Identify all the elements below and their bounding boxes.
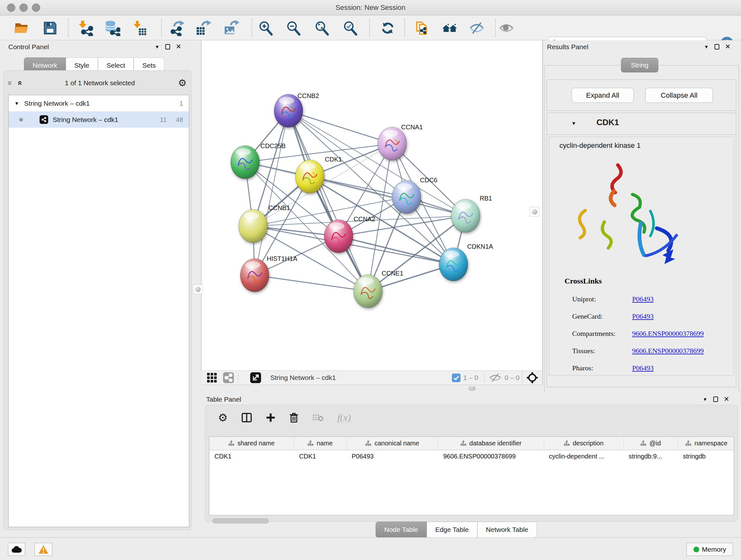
warnings-button[interactable] [35, 543, 52, 556]
graph-node-cdc25b[interactable] [231, 145, 259, 179]
crosslink-link[interactable]: 9606.ENSP00000378699 [632, 329, 704, 338]
show-columns-icon[interactable] [242, 413, 252, 422]
export-table-button[interactable] [195, 20, 211, 36]
node-position-button[interactable] [522, 371, 542, 385]
panel-float-icon[interactable] [713, 396, 718, 402]
zoom-in-button[interactable] [258, 20, 274, 36]
expand-all-networks-icon[interactable]: » [16, 81, 23, 85]
zoom-selected-button[interactable] [342, 20, 358, 36]
birds-eye-view-icon[interactable] [207, 373, 217, 383]
memory-button[interactable]: Memory [686, 543, 733, 556]
show-all-button[interactable] [498, 20, 515, 36]
network-options-gear-icon[interactable]: ⚙ [178, 78, 187, 88]
tab-string[interactable]: String [621, 58, 658, 72]
right-splitter-grip[interactable] [530, 207, 539, 216]
panel-close-icon[interactable]: ✕ [725, 43, 731, 51]
cloud-status-button[interactable] [8, 543, 25, 556]
column-header[interactable]: namespace [678, 437, 734, 450]
import-network-file-button[interactable] [78, 20, 94, 36]
table-row[interactable]: CDK1 CDK1 P06493 9606.ENSP00000378699 cy… [209, 450, 734, 463]
crosslink-link[interactable]: P06493 [632, 364, 654, 372]
collapse-all-networks-icon[interactable]: » [7, 81, 13, 85]
table-cell[interactable]: stringdb:9... [623, 450, 678, 463]
column-header[interactable]: name [294, 437, 347, 450]
left-splitter-grip[interactable] [193, 285, 203, 294]
toolbar-separator [68, 19, 69, 37]
panel-float-icon[interactable] [165, 44, 170, 50]
panel-collapse-icon[interactable]: ▼ [703, 396, 708, 402]
table-cell[interactable]: cyclin-dependent ... [544, 450, 623, 463]
graph-edge[interactable] [255, 275, 368, 291]
column-header[interactable]: shared name [209, 437, 294, 450]
table-settings-gear-icon[interactable]: ⚙ [218, 413, 227, 422]
panel-close-icon[interactable]: ✕ [176, 43, 182, 51]
panel-collapse-icon[interactable]: ▼ [704, 44, 709, 50]
table-cell[interactable]: CDK1 [294, 450, 347, 463]
crosslink-link[interactable]: 9606.ENSP00000378699 [632, 347, 704, 355]
graph-node-ccne1[interactable] [354, 274, 382, 308]
graph-node-cdkn1a[interactable] [439, 248, 468, 281]
network-graph[interactable]: CCNB2CCNA1CDC25BCDK1CDC6RB1CCNB1CCNA2CDK… [202, 41, 542, 370]
table-cell[interactable]: stringdb [678, 450, 734, 463]
graph-edge[interactable] [288, 111, 392, 144]
graph-node-ccna2[interactable] [324, 220, 353, 253]
tab-network-table[interactable]: Network Table [477, 522, 537, 538]
toolbar-separator [495, 19, 495, 37]
zoom-out-button[interactable] [286, 20, 301, 36]
table-cell[interactable]: 9606.ENSP00000378699 [438, 450, 544, 463]
graph-node-ccna1[interactable] [378, 127, 407, 160]
graph-node-cdc6[interactable] [392, 180, 421, 213]
first-neighbors-button[interactable] [442, 20, 458, 36]
tab-node-table[interactable]: Node Table [376, 522, 427, 538]
scrollbar-thumb[interactable] [212, 518, 269, 523]
graph-node-rb1[interactable] [451, 199, 480, 233]
collapse-entry-icon[interactable]: ▼ [571, 121, 576, 126]
open-in-new-window-icon[interactable] [250, 372, 261, 383]
graph-node-hist1h1a[interactable] [240, 259, 269, 292]
panel-close-icon[interactable]: ✕ [724, 395, 730, 403]
panel-float-icon[interactable] [715, 44, 719, 50]
column-header[interactable]: description [544, 437, 623, 450]
add-column-icon[interactable] [266, 413, 275, 422]
table-panel-title: Table Panel [206, 395, 241, 403]
expand-all-button[interactable]: Expand All [571, 88, 634, 103]
export-network-button[interactable] [169, 20, 185, 36]
tab-edge-table[interactable]: Edge Table [427, 522, 477, 538]
table-toolbar: ⚙ [218, 412, 351, 423]
node-details-body: cyclin-dependent kinase 1 [549, 137, 734, 375]
network-grey-icon[interactable] [223, 372, 234, 383]
open-session-button[interactable] [13, 20, 29, 36]
selected-checkbox-icon[interactable] [452, 373, 461, 382]
import-network-database-button[interactable] [105, 20, 120, 36]
crosslink-link[interactable]: P06493 [632, 312, 654, 320]
node-details-header[interactable]: ▼ CDK1 [547, 113, 736, 135]
hide-selected-button[interactable] [469, 20, 485, 36]
network-canvas[interactable]: CCNB2CCNA1CDC25BCDK1CDC6RB1CCNB1CCNA2CDK… [202, 41, 542, 370]
panel-collapse-icon[interactable]: ▼ [155, 44, 159, 50]
graph-node-cdk1[interactable] [295, 160, 324, 193]
network-collection-row[interactable]: ▼ String Network – cdk1 1 [9, 95, 189, 111]
save-session-button[interactable] [42, 20, 58, 36]
graph-node-label: CCNB1 [268, 204, 290, 211]
export-image-button[interactable] [223, 20, 239, 36]
network-row-selected[interactable]: String Network – cdk1 11 48 [9, 111, 189, 128]
graph-node-label: CDKN1A [467, 243, 493, 250]
delete-trash-icon[interactable] [289, 413, 298, 423]
graph-node-ccnb1[interactable] [239, 209, 267, 243]
graph-edge[interactable] [288, 111, 368, 291]
node-table[interactable]: shared name name canonical name database… [209, 436, 734, 515]
import-table-file-button[interactable] [131, 20, 147, 36]
tree-expand-icon[interactable]: ▼ [14, 101, 19, 106]
crosslink-link[interactable]: P06493 [632, 295, 654, 303]
table-cell[interactable]: P06493 [347, 450, 438, 463]
zoom-fit-button[interactable] [314, 20, 330, 36]
table-cell[interactable]: CDK1 [209, 450, 294, 463]
apply-layout-button[interactable] [380, 20, 396, 36]
graph-edge[interactable] [339, 236, 454, 264]
column-header[interactable]: @id [623, 437, 678, 450]
horizontal-splitter-grip[interactable] [468, 386, 475, 391]
clone-network-button[interactable] [414, 20, 430, 36]
column-header[interactable]: canonical name [347, 437, 438, 450]
collapse-all-button[interactable]: Collapse All [645, 88, 713, 103]
column-header[interactable]: database identifier [438, 437, 544, 450]
